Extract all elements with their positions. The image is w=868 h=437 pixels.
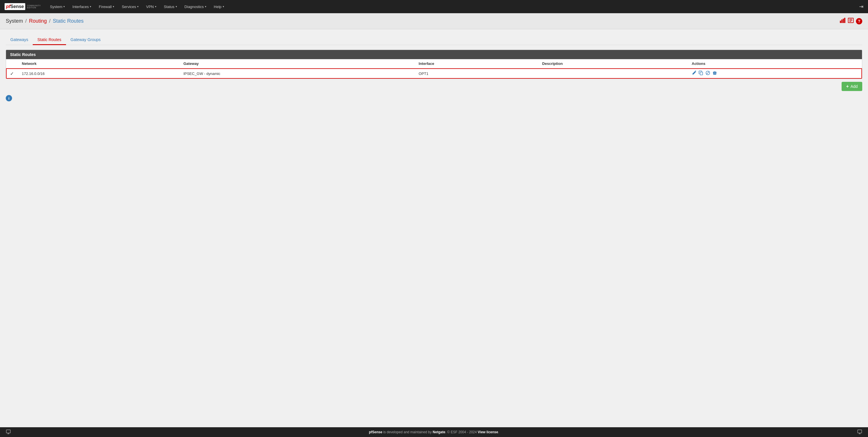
nav-item-services[interactable]: Services ▾ <box>118 3 142 11</box>
nav-menu: System ▾ Interfaces ▾ Firewall ▾ Service… <box>46 3 228 11</box>
chart-icon[interactable] <box>840 18 846 24</box>
row-network: 172.16.0.0/16 <box>18 68 179 79</box>
svg-rect-3 <box>844 18 845 23</box>
col-header-actions: Actions <box>688 59 862 68</box>
logout-icon[interactable]: ⇥ <box>859 4 863 9</box>
row-status: ✓ <box>6 68 18 79</box>
breadcrumb-routing[interactable]: Routing <box>29 18 47 24</box>
navbar-right: ⇥ <box>859 3 863 10</box>
static-routes-table: Network Gateway Interface Description Ac… <box>6 59 862 79</box>
list-icon[interactable] <box>848 18 854 24</box>
breadcrumb-system: System <box>6 18 23 24</box>
svg-rect-11 <box>6 430 10 433</box>
breadcrumb-sep1: / <box>25 18 27 24</box>
row-actions <box>688 68 862 79</box>
table-row: ✓ 172.16.0.0/16 IPSEC_GW - dynamic OPT1 <box>6 68 862 79</box>
row-interface: OPT1 <box>415 68 538 79</box>
plus-icon: + <box>846 84 849 89</box>
breadcrumb: System / Routing / Static Routes <box>6 18 84 24</box>
svg-rect-14 <box>858 430 862 433</box>
svg-line-10 <box>706 71 709 74</box>
breadcrumb-area: System / Routing / Static Routes ? <box>0 13 868 29</box>
table-header-row: Network Gateway Interface Description Ac… <box>6 59 862 68</box>
col-header-interface: Interface <box>415 59 538 68</box>
col-header-status <box>6 59 18 68</box>
breadcrumb-sep2: / <box>49 18 51 24</box>
delete-icon[interactable] <box>712 71 717 76</box>
row-gateway: IPSEC_GW - dynamic <box>179 68 415 79</box>
nav-item-system[interactable]: System ▾ <box>46 3 68 11</box>
action-icons <box>692 71 858 76</box>
tab-gateways[interactable]: Gateways <box>6 35 33 45</box>
add-button[interactable]: + Add <box>842 82 862 91</box>
nav-item-interfaces[interactable]: Interfaces ▾ <box>69 3 95 11</box>
footer-icon-right <box>857 429 862 435</box>
add-button-row: + Add <box>6 79 862 92</box>
help-icon[interactable]: ? <box>856 18 862 24</box>
nav-item-firewall[interactable]: Firewall ▾ <box>95 3 118 11</box>
tab-static-routes[interactable]: Static Routes <box>33 35 66 45</box>
svg-rect-8 <box>700 72 703 75</box>
tab-gateway-groups[interactable]: Gateway Groups <box>66 35 105 45</box>
svg-rect-2 <box>843 19 844 23</box>
copy-icon[interactable] <box>699 71 703 76</box>
caret-icon: ▾ <box>223 5 224 8</box>
col-header-description: Description <box>538 59 688 68</box>
caret-icon: ▾ <box>63 5 65 8</box>
caret-icon: ▾ <box>113 5 114 8</box>
edit-icon[interactable] <box>692 71 696 76</box>
navbar: pfSense COMMUNITY EDITION System ▾ Inter… <box>0 0 868 13</box>
info-icon[interactable]: i <box>6 95 12 101</box>
footer-netgate: Netgate <box>433 430 445 434</box>
caret-icon: ▾ <box>137 5 138 8</box>
tabs: Gateways Static Routes Gateway Groups <box>6 35 862 45</box>
caret-icon: ▾ <box>155 5 156 8</box>
caret-icon: ▾ <box>90 5 91 8</box>
row-description <box>538 68 688 79</box>
breadcrumb-current[interactable]: Static Routes <box>53 18 84 24</box>
caret-icon: ▾ <box>176 5 177 8</box>
footer-icon-left <box>6 429 11 435</box>
brand-logo[interactable]: pfSense COMMUNITY EDITION <box>5 3 41 10</box>
footer-pfsense: pfSense <box>369 430 382 434</box>
col-header-network: Network <box>18 59 179 68</box>
info-area: i <box>6 92 862 104</box>
svg-rect-0 <box>840 21 841 23</box>
breadcrumb-icons: ? <box>840 18 862 24</box>
footer-text: pfSense is developed and maintained by N… <box>369 430 499 434</box>
svg-rect-1 <box>841 20 842 23</box>
disable-icon[interactable] <box>706 71 710 76</box>
footer: pfSense is developed and maintained by N… <box>0 427 868 437</box>
col-header-gateway: Gateway <box>179 59 415 68</box>
view-license-link[interactable]: View license <box>477 430 498 434</box>
nav-item-help[interactable]: Help ▾ <box>210 3 228 11</box>
static-routes-table-section: Static Routes Network Gateway Interface … <box>6 50 862 79</box>
status-check-icon: ✓ <box>10 71 14 76</box>
nav-item-vpn[interactable]: VPN ▾ <box>143 3 160 11</box>
nav-item-diagnostics[interactable]: Diagnostics ▾ <box>181 3 210 11</box>
caret-icon: ▾ <box>205 5 206 8</box>
main-content: Gateways Static Routes Gateway Groups St… <box>0 29 868 427</box>
nav-item-status[interactable]: Status ▾ <box>160 3 181 11</box>
table-title: Static Routes <box>6 50 862 59</box>
